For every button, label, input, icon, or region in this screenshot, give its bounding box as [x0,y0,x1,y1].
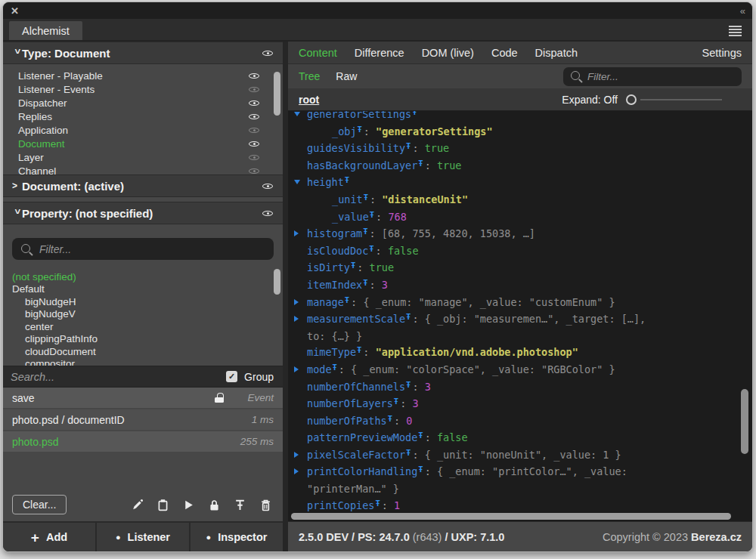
type-item-document[interactable]: Document [18,137,260,150]
pin-icon[interactable]: Ŧ [418,159,423,168]
expand-arrow-icon[interactable] [294,447,307,464]
property-item-default[interactable]: Default [12,283,268,296]
tree-filter-input[interactable] [563,67,742,86]
type-item-channel[interactable]: Channel [18,164,260,174]
type-item-application[interactable]: Application [18,123,260,137]
clear-button[interactable]: Clear... [12,495,67,514]
close-icon[interactable]: ✕ [11,5,19,17]
tree-line[interactable]: histogramŦ: [68, 755, 4820, 15038, …] [294,226,752,243]
eye-icon[interactable] [262,181,274,191]
tree-line[interactable]: pixelScaleFactorŦ: { _unit: "noneUnit", … [294,447,752,465]
tree-line[interactable]: to: {…} } [294,329,752,345]
type-item-replies[interactable]: Replies [18,110,260,123]
eye-icon[interactable] [248,97,260,108]
tree-line[interactable]: _unitŦ: "distanceUnit" [294,192,752,209]
tree-line[interactable]: heightŦ [294,174,752,192]
tree-line[interactable]: measurementScaleŦ: { _obj: "measuremen…"… [294,311,752,329]
footer-button-add[interactable]: +Add [3,523,97,551]
collapse-arrow-icon[interactable] [294,174,307,191]
pencil-icon[interactable] [131,499,144,511]
scrollbar-thumb[interactable] [274,269,280,295]
eye-icon[interactable] [248,138,260,149]
footer-button-inspector[interactable]: ●Inspector [191,523,283,551]
pin-icon[interactable]: Ŧ [418,465,423,474]
eye-icon[interactable] [248,165,260,174]
tab-content[interactable]: Content [299,47,337,59]
scrollbar-thumb[interactable] [291,513,731,520]
result-row[interactable]: photo.psd255 ms [3,431,283,452]
type-section-header[interactable]: > Type: Document [3,42,283,64]
expand-arrow-icon[interactable] [294,362,307,378]
pin-icon[interactable]: Ŧ [418,431,423,440]
tab-code[interactable]: Code [491,47,518,59]
group-checkbox[interactable]: ✓ [226,371,237,382]
view-tab-tree[interactable]: Tree [299,70,320,82]
eye-icon[interactable] [248,152,260,162]
result-row[interactable]: photo.psd / documentID1 ms [3,409,283,430]
pin-icon[interactable]: Ŧ [345,295,349,304]
tree-line[interactable]: numberOfChannelsŦ: 3 [294,379,752,397]
tab-dom-live[interactable]: DOM (live) [422,47,474,59]
tab-alchemist[interactable]: Alchemist [9,21,82,40]
expand-arrow-icon[interactable] [294,295,307,311]
collapse-arrow-icon[interactable] [294,111,307,123]
tree-line[interactable]: printColorHandlingŦ: { _enum: "printColo… [294,464,752,481]
search-input[interactable] [11,371,222,383]
pin-icon[interactable]: Ŧ [351,261,355,270]
tree-line[interactable]: mimeTypeŦ: "application/vnd.adobe.photos… [294,344,752,362]
pin-icon[interactable]: Ŧ [412,111,417,116]
pin-icon[interactable]: Ŧ [358,125,362,134]
tab-settings[interactable]: Settings [702,47,742,59]
pin-icon[interactable]: Ŧ [370,210,374,219]
eye-icon[interactable] [262,48,274,58]
tree-line[interactable]: isDirtyŦ: true [294,260,752,277]
view-tab-raw[interactable]: Raw [336,70,357,82]
tree-line[interactable]: modeŦ: { _enum: "colorSpace", _value: "R… [294,362,752,379]
tree-line[interactable]: guidesVisibilityŦ: true [294,141,752,158]
tree-line[interactable]: _objŦ: "generatorSettings" [294,124,752,141]
footer-button-listener[interactable]: ●Listener [97,523,191,551]
eye-icon[interactable] [248,70,260,81]
tree-line[interactable]: printCopiesŦ: 1 [294,498,752,512]
pin-icon[interactable]: Ŧ [363,278,367,287]
panel-divider[interactable] [283,42,288,551]
tree-line[interactable]: patternPreviewModeŦ: false [294,430,752,447]
tree-line[interactable]: _valueŦ: 768 [294,209,752,227]
tree-line[interactable]: numberOfPathsŦ: 0 [294,413,752,431]
property-section-header[interactable]: > Property: (not specified) [3,202,283,224]
pin-icon[interactable]: Ŧ [363,227,367,236]
tree-line[interactable]: generatorSettingsŦ [294,111,752,124]
property-item-clippingpathinfo[interactable]: clippingPathInfo [12,333,268,346]
expand-slider-knob[interactable] [626,94,637,105]
play-icon[interactable] [182,499,195,511]
scrollbar-thumb[interactable] [274,72,280,116]
menu-icon[interactable] [729,26,742,36]
tree-line[interactable]: isCloudDocŦ: false [294,243,752,261]
pin-icon[interactable]: Ŧ [375,499,380,508]
collapse-icon[interactable]: « [740,5,745,17]
eye-icon[interactable] [248,125,260,135]
tree-line[interactable]: "printerMan…" } [294,481,752,498]
tab-difference[interactable]: Difference [355,47,404,59]
expand-arrow-icon[interactable] [294,226,307,242]
expand-arrow-icon[interactable] [294,311,307,328]
type-item-listener-events[interactable]: Listener - Events [18,82,260,96]
eye-icon[interactable] [248,84,260,94]
tree-line[interactable]: hasBackgroundLayerŦ: true [294,158,752,175]
scrollbar-thumb[interactable] [741,389,748,454]
type-item-listener-playable[interactable]: Listener - Playable [18,69,260,82]
tab-dispatch[interactable]: Dispatch [535,47,578,59]
breadcrumb-root[interactable]: root [299,94,319,106]
property-item-clouddocument[interactable]: cloudDocument [12,345,268,358]
pin-icon[interactable]: Ŧ [345,175,349,184]
eye-icon[interactable] [248,111,260,122]
tree-line[interactable]: itemIndexŦ: 3 [294,277,752,295]
property-item-center[interactable]: center [12,320,268,333]
pin-icon[interactable]: Ŧ [388,414,392,423]
pin-icon[interactable]: Ŧ [406,380,411,389]
tree-line[interactable]: manageŦ: { _enum: "manage", _value: "cus… [294,295,752,312]
pin-icon[interactable]: Ŧ [394,397,398,406]
pin-icon[interactable] [234,499,246,511]
pin-icon[interactable]: Ŧ [364,193,368,202]
type-item-dispatcher[interactable]: Dispatcher [18,96,260,110]
